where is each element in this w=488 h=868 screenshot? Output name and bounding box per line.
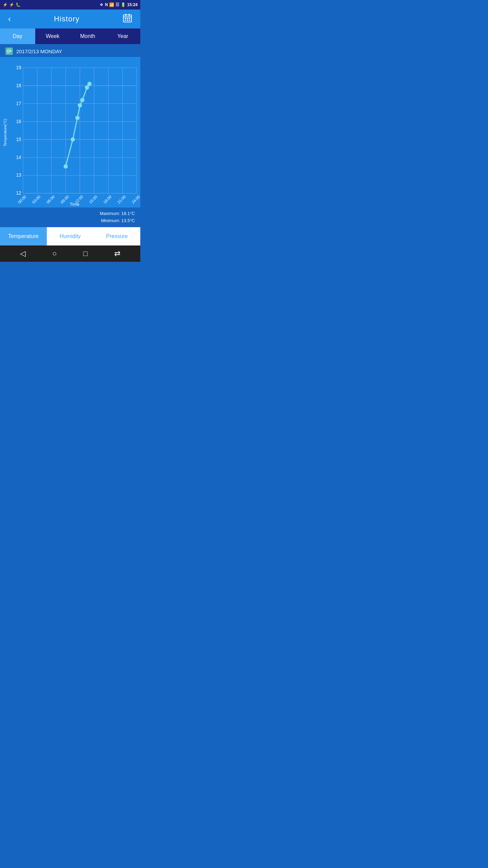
chart-wrapper: 19 18 17 16 15 14 13 12 00:00 03:00 06:0… bbox=[9, 57, 140, 208]
data-point-3 bbox=[75, 116, 80, 120]
chart-area: Temperature(°C) 19 18 17 bbox=[0, 57, 140, 208]
data-point-7 bbox=[87, 82, 92, 86]
data-point-4 bbox=[78, 103, 82, 108]
usb1-icon: ⚡ bbox=[3, 2, 8, 7]
data-point-5 bbox=[80, 98, 85, 102]
svg-rect-17 bbox=[7, 53, 8, 53]
bottom-tab-temperature[interactable]: Temperature bbox=[0, 227, 47, 245]
nav-recents-button[interactable]: □ bbox=[79, 248, 92, 259]
tab-day[interactable]: Day bbox=[0, 28, 35, 44]
svg-rect-14 bbox=[7, 51, 8, 52]
status-icons-right: ⭘ N 📶 ☲ 🔋 15:24 bbox=[100, 2, 138, 7]
tab-week[interactable]: Week bbox=[35, 28, 70, 44]
bluetooth-icon: ⭘ bbox=[100, 2, 104, 7]
date-row: 2017/2/13 MONDAY bbox=[0, 44, 140, 57]
svg-text:16: 16 bbox=[16, 119, 22, 124]
tab-bar: Day Week Month Year bbox=[0, 28, 140, 44]
data-point-1 bbox=[63, 164, 68, 169]
svg-text:19: 19 bbox=[16, 65, 21, 70]
current-date: 2017/2/13 MONDAY bbox=[16, 48, 62, 54]
tab-month[interactable]: Month bbox=[70, 28, 105, 44]
svg-text:13: 13 bbox=[16, 173, 22, 178]
status-icons-left: ⚡ ⚡ 🐛 bbox=[3, 2, 21, 7]
svg-rect-7 bbox=[125, 20, 126, 21]
data-point-2 bbox=[70, 137, 75, 142]
date-calendar-icon bbox=[5, 47, 13, 55]
y-axis-label: Temperature(°C) bbox=[3, 119, 7, 146]
wifi-icon: 📶 bbox=[109, 2, 114, 7]
nfc-icon: N bbox=[105, 2, 108, 7]
nav-home-button[interactable]: ○ bbox=[48, 248, 61, 259]
battery-icon: 🔋 bbox=[121, 2, 126, 7]
bottom-tab-bar: Temperature Humidity Pressure bbox=[0, 227, 140, 245]
stats-area: Maximum: 18.1°C Minimum: 13.5°C bbox=[0, 208, 140, 227]
time-display: 15:24 bbox=[127, 2, 138, 7]
maximum-stat: Maximum: 18.1°C bbox=[5, 210, 135, 217]
usb2-icon: ⚡ bbox=[9, 2, 14, 7]
temperature-chart: 19 18 17 16 15 14 13 12 00:00 03:00 06:0… bbox=[9, 57, 140, 208]
bug-icon: 🐛 bbox=[16, 2, 21, 7]
nav-back-button[interactable]: ◁ bbox=[16, 248, 30, 259]
minimum-stat: Minimum: 13.5°C bbox=[5, 217, 135, 224]
svg-rect-9 bbox=[129, 20, 130, 21]
page-title: History bbox=[54, 15, 79, 23]
svg-text:15: 15 bbox=[16, 137, 22, 142]
nav-bar: ◁ ○ □ ⇄ bbox=[0, 245, 140, 262]
bottom-tab-humidity[interactable]: Humidity bbox=[47, 227, 94, 245]
back-button[interactable]: ‹ bbox=[5, 13, 14, 25]
status-bar: ⚡ ⚡ 🐛 ⭘ N 📶 ☲ 🔋 15:24 bbox=[0, 0, 140, 9]
tab-year[interactable]: Year bbox=[105, 28, 141, 44]
bottom-tab-pressure[interactable]: Pressure bbox=[94, 227, 140, 245]
x-axis-label: Time bbox=[9, 202, 140, 207]
y-axis-label-container: Temperature(°C) bbox=[1, 57, 9, 208]
svg-rect-4 bbox=[125, 18, 126, 19]
svg-text:12: 12 bbox=[16, 191, 21, 196]
header: ‹ History bbox=[0, 9, 140, 28]
svg-text:17: 17 bbox=[16, 101, 21, 106]
signal-icon: ☲ bbox=[116, 2, 119, 7]
svg-rect-6 bbox=[129, 18, 130, 19]
svg-rect-15 bbox=[9, 51, 10, 52]
svg-rect-8 bbox=[127, 20, 128, 21]
svg-text:18: 18 bbox=[16, 83, 22, 88]
nav-extra-button[interactable]: ⇄ bbox=[110, 248, 124, 259]
data-point-6 bbox=[85, 85, 89, 90]
svg-text:14: 14 bbox=[16, 155, 22, 160]
svg-rect-5 bbox=[127, 18, 128, 19]
svg-rect-18 bbox=[9, 53, 10, 53]
svg-rect-16 bbox=[10, 51, 11, 52]
calendar-button[interactable] bbox=[120, 12, 135, 26]
